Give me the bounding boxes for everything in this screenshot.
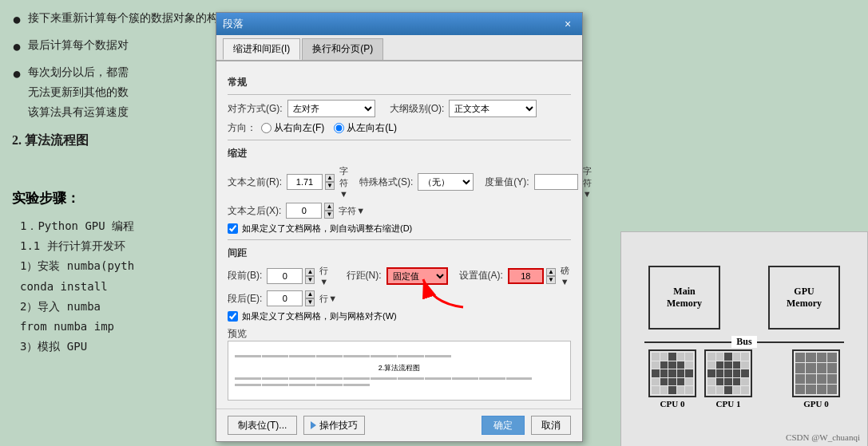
footer-left: 制表位(T)... 操作技巧 — [228, 416, 365, 435]
dialog-titlebar: 段落 × — [216, 13, 582, 35]
auto-adjust-row[interactable]: 如果定义了文档网格，则自动调整右缩进(D) — [228, 223, 571, 235]
red-arrow — [415, 271, 471, 314]
metric-input[interactable] — [534, 174, 578, 190]
before-text-up-btn[interactable]: ▲ — [325, 174, 335, 182]
after-text-row: 文本之后(X): ▲ ▼ 字符▼ — [228, 203, 571, 219]
special-format-select[interactable]: （无） 首行缩进 悬挂缩进 — [418, 173, 474, 191]
before-text-label: 文本之前(R): — [228, 176, 282, 189]
after-para-down-btn[interactable]: ▼ — [305, 298, 315, 306]
before-text-down-btn[interactable]: ▼ — [325, 182, 335, 190]
cancel-button[interactable]: 取消 — [531, 416, 571, 435]
after-text-spin: ▲ ▼ — [286, 203, 334, 219]
before-text-unit: 字符▼ — [339, 165, 348, 199]
before-text-spin: ▲ ▼ — [287, 174, 335, 190]
spacing-section-label: 间距 — [228, 247, 571, 260]
after-text-input[interactable] — [286, 203, 322, 219]
grid-align-label: 如果定义了文档网格，则与网格对齐(W) — [242, 310, 397, 322]
direction-ltr-option[interactable]: 从左向右(L) — [334, 121, 397, 135]
play-icon — [311, 421, 316, 429]
tricks-label: 操作技巧 — [319, 419, 358, 432]
direction-ltr-label: 从左向右(L) — [347, 121, 397, 135]
general-section-label: 常规 — [228, 76, 571, 89]
special-format-label: 特殊格式(S): — [359, 176, 413, 189]
direction-label: 方向： — [228, 121, 256, 135]
preview-label: 预览 — [228, 327, 571, 341]
direction-rtl-label: 从右向左(F) — [274, 121, 324, 135]
before-para-input[interactable] — [267, 268, 303, 284]
dialog-footer: 制表位(T)... 操作技巧 确定 取消 — [216, 409, 582, 441]
set-value-spin: ▲ ▼ — [508, 268, 556, 284]
dialog-body: 常规 对齐方式(G): 左对齐 居中 右对齐 两端对齐 大纲级别(O): 正文文… — [216, 61, 582, 409]
before-text-spin-btns: ▲ ▼ — [325, 174, 335, 190]
alignment-select[interactable]: 左对齐 居中 右对齐 两端对齐 — [287, 100, 375, 117]
after-text-up-btn[interactable]: ▲ — [324, 203, 334, 211]
direction-ltr-radio[interactable] — [334, 123, 344, 133]
grid-align-row[interactable]: 如果定义了文档网格，则与网格对齐(W) — [228, 310, 571, 322]
alignment-label: 对齐方式(G): — [228, 102, 283, 116]
bus-label: Bus — [731, 336, 756, 348]
direction-row: 方向： 从右向左(F) 从左向右(L) — [228, 121, 571, 135]
set-value-spin-btns: ▲ ▼ — [546, 268, 556, 284]
tab-line-page-break[interactable]: 换行和分页(P) — [302, 38, 383, 60]
ok-button[interactable]: 确定 — [482, 416, 525, 435]
set-value-down-btn[interactable]: ▼ — [546, 276, 556, 284]
direction-rtl-option[interactable]: 从右向左(F) — [261, 121, 324, 135]
tab-stop-button[interactable]: 制表位(T)... — [228, 416, 297, 435]
paragraph-dialog: 段落 × 缩进和间距(I) 换行和分页(P) 常规 对齐方式(G): 左对齐 居… — [216, 12, 583, 442]
outline-level-label: 大纲级别(O): — [390, 102, 445, 116]
before-para-spin-btns: ▲ ▼ — [305, 268, 315, 284]
after-text-spin-btns: ▲ ▼ — [324, 203, 334, 219]
outline-level-select[interactable]: 正文文本 1级 2级 — [449, 100, 537, 117]
auto-adjust-checkbox[interactable] — [228, 223, 238, 234]
before-para-row: 段前(B): ▲ ▼ 行▼ 行距(N): 单倍行距 1.5倍行距 2倍行距 最小… — [228, 265, 571, 286]
after-text-down-btn[interactable]: ▼ — [324, 211, 334, 219]
tricks-button[interactable]: 操作技巧 — [303, 416, 365, 435]
after-para-row: 段后(E): ▲ ▼ 行▼ — [228, 290, 571, 306]
indent-section-label: 缩进 — [228, 147, 571, 160]
before-para-up-btn[interactable]: ▲ — [305, 268, 315, 276]
before-para-down-btn[interactable]: ▼ — [305, 276, 315, 284]
after-para-unit: 行▼ — [319, 293, 337, 305]
dialog-tabs: 缩进和间距(I) 换行和分页(P) — [216, 35, 582, 61]
direction-radio-group: 从右向左(F) 从左向右(L) — [261, 121, 397, 135]
dialog-close-button[interactable]: × — [560, 16, 576, 32]
after-para-spin-btns: ▲ ▼ — [305, 290, 315, 306]
line-spacing-label: 行距(N): — [347, 269, 382, 282]
metric-unit: 字符▼ — [583, 165, 592, 199]
alignment-row: 对齐方式(G): 左对齐 居中 右对齐 两端对齐 大纲级别(O): 正文文本 1… — [228, 100, 571, 117]
dialog-title: 段落 — [223, 17, 244, 31]
metric-label: 度量值(Y): — [485, 176, 529, 189]
set-value-unit: 磅▼ — [561, 265, 571, 286]
direction-rtl-radio[interactable] — [261, 123, 271, 133]
after-para-input[interactable] — [267, 290, 303, 306]
after-para-spin: ▲ ▼ — [267, 290, 315, 306]
before-para-label: 段前(B): — [228, 269, 262, 282]
after-para-up-btn[interactable]: ▲ — [305, 290, 315, 298]
before-para-unit: 行▼ — [319, 265, 330, 286]
preview-top-lines — [235, 354, 564, 358]
before-text-row: 文本之前(R): ▲ ▼ 字符▼ 特殊格式(S): （无） 首行缩进 悬挂缩进 … — [228, 165, 571, 199]
after-text-unit: 字符▼ — [339, 205, 365, 217]
tab-indent-spacing[interactable]: 缩进和间距(I) — [223, 38, 300, 60]
footer-right: 确定 取消 — [482, 416, 571, 435]
before-text-input[interactable] — [287, 174, 323, 190]
preview-last-lines — [235, 383, 564, 387]
before-para-spin: ▲ ▼ — [267, 268, 315, 284]
set-value-input[interactable] — [508, 268, 544, 284]
after-text-label: 文本之后(X): — [228, 204, 281, 218]
grid-align-checkbox[interactable] — [228, 311, 238, 322]
watermark: CSDN @W_chuanqi — [786, 432, 860, 442]
set-value-up-btn[interactable]: ▲ — [546, 268, 556, 276]
preview-box: 2.算法流程图 — [228, 341, 571, 401]
preview-section: 预览 2.算法流程图 — [228, 327, 571, 401]
auto-adjust-label: 如果定义了文档网格，则自动调整右缩进(D) — [242, 223, 412, 235]
after-para-label: 段后(E): — [228, 292, 262, 306]
preview-subtitle: 2.算法流程图 — [235, 363, 564, 373]
preview-bottom-lines — [235, 377, 564, 381]
